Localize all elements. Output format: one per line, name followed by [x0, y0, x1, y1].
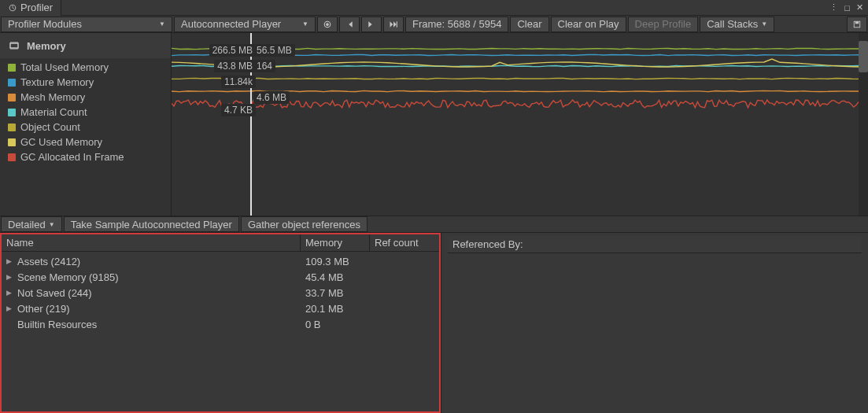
svg-point-2 — [326, 23, 329, 26]
legend-item[interactable]: Object Count — [0, 120, 171, 135]
window-title: Profiler — [20, 2, 53, 13]
clear-on-play-button[interactable]: Clear on Play — [551, 17, 626, 32]
tree-row-label: Other (219) — [17, 303, 69, 315]
chart-label-total: 266.5 MB — [209, 44, 256, 57]
deep-profile-label: Deep Profile — [635, 18, 692, 30]
module-name: Memory — [27, 40, 66, 52]
legend-item[interactable]: Material Count — [0, 105, 171, 120]
legend-list: Total Used MemoryTexture MemoryMesh Memo… — [0, 58, 171, 166]
column-ref-count[interactable]: Ref count — [370, 234, 439, 251]
chart-label-object: 11.84k — [221, 76, 256, 88]
detail-mode-dropdown[interactable]: Detailed — [1, 216, 62, 232]
save-icon — [852, 20, 862, 29]
expander-icon[interactable]: ▶ — [6, 304, 14, 312]
legend-label: Texture Memory — [20, 76, 94, 88]
legend-item[interactable]: Texture Memory — [0, 75, 171, 90]
tree-row-label: Scene Memory (9185) — [17, 271, 119, 283]
gather-references-button[interactable]: Gather object references — [241, 216, 368, 232]
expander-icon[interactable]: ▶ — [6, 273, 14, 281]
take-sample-button[interactable]: Take Sample Autoconnected Player — [64, 216, 239, 232]
chart-area[interactable]: 266.5 MB 56.5 MB 43.8 MB 164 11.84k 4.6 … — [172, 33, 868, 216]
profiler-modules-dropdown[interactable]: Profiler Modules — [1, 17, 172, 32]
legend-item[interactable]: Total Used Memory — [0, 60, 171, 75]
title-bar: Profiler ⋮ □ ✕ — [0, 0, 868, 16]
legend-label: GC Used Memory — [20, 136, 102, 148]
prev-frame-button[interactable] — [339, 17, 360, 32]
window-menu-icon[interactable]: ⋮ — [828, 2, 840, 13]
tree-row-memory: 20.1 MB — [301, 303, 370, 315]
legend-swatch — [8, 138, 16, 146]
legend-swatch — [8, 79, 16, 87]
chart-scrollbar[interactable] — [859, 33, 868, 216]
legend-label: Object Count — [20, 121, 80, 133]
record-button[interactable] — [317, 17, 338, 32]
chart-scrollbar-thumb[interactable] — [859, 41, 868, 72]
memory-icon — [8, 39, 20, 52]
legend-swatch — [8, 109, 16, 116]
prev-frame-icon — [345, 20, 354, 29]
legend-label: Mesh Memory — [20, 91, 85, 103]
table-row[interactable]: ▶Scene Memory (9185)45.4 MB — [2, 269, 439, 285]
window-close-icon[interactable]: ✕ — [855, 2, 865, 13]
svg-rect-6 — [10, 43, 18, 48]
clear-button[interactable]: Clear — [510, 17, 549, 32]
svg-rect-3 — [397, 21, 397, 28]
memory-tree: ▶Assets (2412)109.3 MB▶Scene Memory (918… — [2, 252, 439, 334]
chart-label-mesh: 4.6 MB — [253, 91, 290, 104]
take-sample-label: Take Sample Autoconnected Player — [71, 219, 232, 230]
module-header-memory[interactable]: Memory — [0, 33, 171, 58]
call-stacks-label: Call Stacks — [707, 18, 758, 30]
memory-tree-pane: Name Memory Ref count ▶Assets (2412)109.… — [0, 233, 441, 413]
legend-item[interactable]: Mesh Memory — [0, 90, 171, 105]
player-dropdown[interactable]: Autoconnected Player — [174, 17, 316, 32]
record-icon — [323, 20, 332, 29]
chart-label-gc-alloc: 4.7 KB — [221, 104, 256, 116]
window-maximize-icon[interactable]: □ — [843, 3, 851, 13]
table-row[interactable]: ▶Not Saved (244)33.7 MB — [2, 285, 439, 301]
clear-label: Clear — [517, 18, 541, 30]
referenced-by-header: Referenced By: — [448, 236, 862, 253]
chart-section: Memory Total Used MemoryTexture MemoryMe… — [0, 33, 868, 216]
expander-icon[interactable]: ▶ — [6, 257, 14, 265]
current-frame-button[interactable] — [383, 17, 404, 32]
legend-swatch — [8, 153, 16, 161]
legend-label: GC Allocated In Frame — [20, 151, 124, 163]
detail-panes: Name Memory Ref count ▶Assets (2412)109.… — [0, 233, 868, 413]
detail-mode-label: Detailed — [8, 219, 46, 230]
column-memory[interactable]: Memory — [301, 234, 370, 251]
chart-series-line — [172, 78, 868, 79]
toolbar: Profiler Modules Autoconnected Player Fr… — [0, 16, 868, 33]
column-name[interactable]: Name — [2, 234, 301, 251]
legend-item[interactable]: GC Allocated In Frame — [0, 149, 171, 164]
legend-swatch — [8, 124, 16, 131]
legend-label: Total Used Memory — [20, 61, 109, 73]
table-row[interactable]: ▶Builtin Resources0 B — [2, 316, 439, 332]
legend-swatch — [8, 94, 16, 101]
table-row[interactable]: ▶Other (219)20.1 MB — [2, 301, 439, 316]
expander-icon[interactable]: ▶ — [6, 289, 14, 297]
clear-on-play-label: Clear on Play — [558, 18, 619, 30]
context-menu-button[interactable] — [847, 17, 867, 32]
next-frame-button[interactable] — [361, 17, 382, 32]
tree-row-memory: 45.4 MB — [301, 271, 370, 283]
gather-references-label: Gather object references — [248, 219, 360, 230]
deep-profile-button[interactable]: Deep Profile — [628, 17, 699, 32]
call-stacks-dropdown[interactable]: Call Stacks — [700, 17, 774, 32]
detail-toolbar: Detailed Take Sample Autoconnected Playe… — [0, 216, 868, 233]
legend-swatch — [8, 64, 16, 72]
tree-row-label: Builtin Resources — [17, 319, 97, 330]
chart-label-texture: 56.5 MB — [253, 44, 295, 57]
tree-columns: Name Memory Ref count — [2, 234, 439, 252]
chart-label-gc: 43.8 MB — [214, 60, 256, 72]
tree-row-label: Not Saved (244) — [17, 287, 92, 299]
player-label: Autoconnected Player — [181, 18, 281, 30]
tree-row-label: Assets (2412) — [17, 256, 80, 267]
legend-label: Material Count — [20, 106, 87, 118]
legend-item[interactable]: GC Used Memory — [0, 135, 171, 149]
window-tab-profiler[interactable]: Profiler — [0, 0, 61, 16]
window-controls: ⋮ □ ✕ — [828, 2, 868, 13]
table-row[interactable]: ▶Assets (2412)109.3 MB — [2, 253, 439, 269]
current-frame-icon — [389, 20, 398, 29]
profiler-modules-label: Profiler Modules — [8, 18, 82, 30]
module-sidebar: Memory Total Used MemoryTexture MemoryMe… — [0, 33, 172, 216]
